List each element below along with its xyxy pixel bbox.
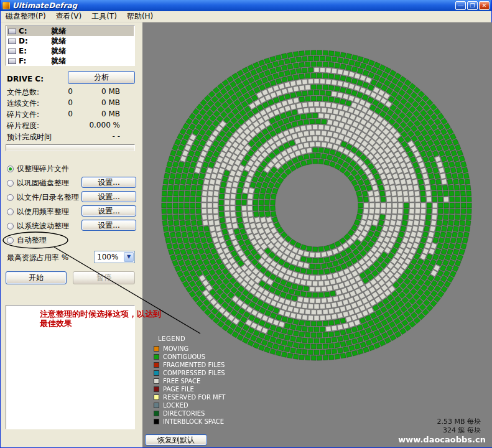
legend-item-mft: RESERVED FOR MFT [154, 393, 225, 401]
contiguous-swatch-icon [154, 354, 159, 360]
radio-label: 以巩固磁盘整理 [17, 178, 69, 189]
resource-usage-row: 最高资源占用率 % 100% ▼ [7, 253, 135, 265]
legend-item-compressed: COMPRESSED FILES [154, 369, 225, 377]
drive-list: C: 就绪 D: 就绪 E: 就绪 F: 就绪 [6, 25, 135, 66]
drive-status: 就绪 [51, 26, 66, 37]
interblock-swatch-icon [154, 419, 159, 424]
menu-tools[interactable]: 工具(T) [86, 11, 122, 22]
stat-size: - - [74, 132, 120, 141]
resource-usage-label: 最高资源占用率 % [7, 253, 68, 262]
drive-icon [8, 39, 16, 44]
stat-count: 0 [45, 110, 73, 118]
radio-icon [7, 223, 14, 230]
radio-auto-defrag[interactable]: 自动整理 [7, 235, 135, 246]
legend-item-fragmented: FRAGMENTED FILES [154, 361, 225, 369]
app-window: UltimateDefrag — ❐ ✕ 磁盘整理(P) 查看(V) 工具(T)… [0, 0, 492, 448]
legend-item-page-file: PAGE FILE [154, 385, 225, 393]
menu-disk-defrag[interactable]: 磁盘整理(P) [1, 11, 51, 22]
directories-swatch-icon [154, 411, 159, 416]
drive-icon [8, 49, 16, 54]
stat-label: 碎片文件: [7, 110, 39, 120]
stat-count: 0 [45, 98, 73, 107]
restore-defaults-button[interactable]: 恢复到默认 [145, 434, 207, 446]
drive-row-d[interactable]: D: 就绪 [7, 36, 134, 46]
legend-label: FRAGMENTED FILES [163, 362, 225, 368]
radio-icon [7, 237, 14, 244]
settings-button-frequency[interactable]: 设置... [81, 205, 136, 217]
disk-map-area: LEGEND MOVING CONTIGUOUS FRAGMENTED FILE… [142, 22, 492, 447]
legend-item-directories: DIRECTORIES [154, 409, 225, 418]
maximize-button[interactable]: ❐ [467, 1, 478, 10]
window-controls: — ❐ ✕ [455, 1, 490, 10]
radio-label: 以系统波动整理 [17, 221, 69, 231]
chevron-down-icon[interactable]: ▼ [124, 252, 134, 262]
drive-status: 就绪 [51, 36, 66, 47]
block-clusters-text: 324 簇 每块 [437, 426, 481, 435]
legend-title: LEGEND [158, 335, 225, 342]
stat-label: 文件总数: [7, 87, 39, 98]
radio-consolidate[interactable]: 以巩固磁盘整理 设置... [7, 177, 135, 189]
legend-label: CONTIGUOUS [163, 353, 205, 360]
legend: LEGEND MOVING CONTIGUOUS FRAGMENTED FILE… [154, 335, 225, 426]
legend-item-moving: MOVING [154, 345, 225, 353]
close-button[interactable]: ✕ [479, 1, 490, 10]
stat-estimated-time: 预计完成时间 - - [7, 132, 134, 142]
settings-button-volatility[interactable]: 设置... [81, 220, 136, 231]
legend-label: FREE SPACE [163, 378, 200, 385]
radio-icon [7, 194, 14, 201]
settings-button-consolidate[interactable]: 设置... [81, 177, 136, 188]
resource-usage-combobox[interactable]: 100% ▼ [94, 251, 135, 263]
radio-icon [7, 208, 14, 215]
legend-label: RESERVED FOR MFT [163, 394, 225, 401]
analyze-button[interactable]: 分析 [68, 71, 135, 84]
radio-label: 仅整理碎片文件 [17, 164, 69, 174]
pause-button: 暂停 [73, 271, 135, 284]
radio-by-filename[interactable]: 以文件/目录名整理 设置... [7, 192, 135, 203]
stat-size: 0 MB [74, 110, 120, 118]
window-title: UltimateDefrag [12, 1, 455, 10]
control-panel: C: 就绪 D: 就绪 E: 就绪 F: 就绪 DRIVE C: 分析 文件总数… [6, 25, 136, 443]
radio-by-volatility[interactable]: 以系统波动整理 设置... [7, 220, 135, 231]
drive-row-c[interactable]: C: 就绪 [7, 26, 134, 36]
drive-letter: D: [19, 37, 51, 45]
progress-bar [6, 144, 135, 151]
stat-fragmentation-level: 碎片程度: 0.000 % [7, 121, 134, 131]
stat-total-files: 文件总数: 0 0 MB [7, 87, 134, 97]
minimize-button[interactable]: — [455, 1, 466, 10]
legend-item-free-space: FREE SPACE [154, 377, 225, 385]
fragmented-swatch-icon [154, 362, 159, 368]
radio-by-usage-frequency[interactable]: 以使用频率整理 设置... [7, 206, 135, 217]
drive-row-e[interactable]: E: 就绪 [7, 46, 134, 56]
stat-size: 0 MB [74, 98, 120, 107]
drive-status: 就绪 [51, 56, 66, 67]
drive-letter: C: [19, 27, 51, 35]
stat-label: 碎片程度: [7, 121, 39, 131]
stat-size: 0 MB [74, 87, 120, 96]
title-bar[interactable]: UltimateDefrag — ❐ ✕ [1, 0, 491, 11]
start-button[interactable]: 开始 [6, 271, 67, 284]
app-icon [2, 2, 10, 9]
legend-item-locked: LOCKED [154, 401, 225, 409]
menu-view[interactable]: 查看(V) [51, 11, 87, 22]
combobox-value: 100% [95, 253, 124, 261]
mft-swatch-icon [154, 394, 159, 400]
legend-label: MOVING [163, 345, 188, 352]
legend-label: INTERBLOCK SPACE [163, 418, 224, 425]
selected-drive-label: DRIVE C: [7, 75, 44, 83]
legend-label: PAGE FILE [163, 386, 194, 393]
stat-size: 0.000 % [74, 121, 120, 129]
stat-contiguous-files: 连续文件: 0 0 MB [7, 98, 134, 108]
watermark: www.daocaobbs.cn [398, 435, 486, 444]
free-space-swatch-icon [154, 378, 159, 384]
settings-button-filename[interactable]: 设置... [81, 191, 136, 202]
menu-help[interactable]: 帮助(H) [122, 11, 158, 22]
drive-icon [8, 29, 16, 34]
stat-count: 0 [45, 87, 73, 96]
drive-icon [8, 58, 16, 64]
radio-label: 自动整理 [17, 235, 47, 246]
radio-icon [7, 166, 14, 172]
block-size-text: 2.53 MB 每块 [437, 418, 481, 426]
radio-defrag-fragmented-only[interactable]: 仅整理碎片文件 [7, 163, 135, 174]
drive-row-f[interactable]: F: 就绪 [7, 56, 134, 66]
radio-icon [7, 180, 14, 187]
